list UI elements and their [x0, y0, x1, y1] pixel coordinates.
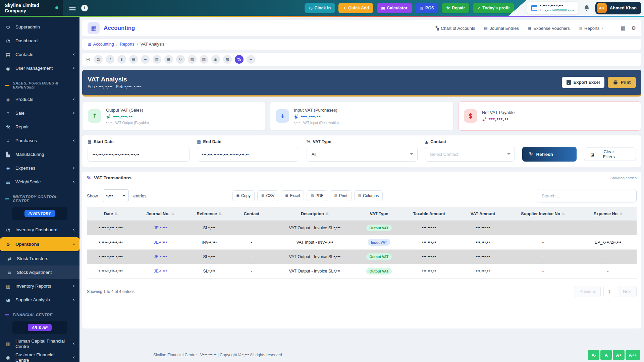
column-header-date[interactable]: Date⇅: [87, 207, 135, 221]
search-input[interactable]: [537, 189, 637, 202]
sidebar-item-supplier-analysis[interactable]: ◕Supplier Analysis‹: [0, 293, 79, 307]
nav-expense-vouchers[interactable]: ▦Expense Vouchers: [528, 26, 570, 31]
toolbar-icon-11[interactable]: ◉: [211, 55, 220, 64]
sidebar-item-repair[interactable]: ⚒Repair: [0, 120, 79, 134]
calendar-icon[interactable]: ▦: [621, 26, 625, 31]
sidebar-item-dashboard[interactable]: ◔Dashboard: [0, 34, 79, 48]
next-page-button[interactable]: Next: [618, 286, 637, 297]
toolbar-icon-9[interactable]: ▧: [188, 55, 197, 64]
breadcrumb-accounting[interactable]: ▦ Accounting: [88, 42, 114, 47]
sort-icon[interactable]: ⇅: [326, 212, 329, 216]
pdf-button[interactable]: ▧PDF: [307, 190, 327, 201]
journal-link[interactable]: JE-•,•••: [154, 226, 167, 230]
page-size-select[interactable]: •,•••: [103, 189, 129, 202]
column-header-journal-no[interactable]: Journal No.⇅: [135, 207, 186, 221]
excel-button[interactable]: ▦Excel: [281, 190, 304, 201]
sort-icon[interactable]: ⇅: [619, 212, 622, 216]
toolbar-icon-8[interactable]: ↻: [176, 55, 185, 64]
csv-button[interactable]: ▤CSV: [257, 190, 278, 201]
nav-reports[interactable]: ▥Reports‹: [579, 26, 603, 31]
toolbar-icon-7[interactable]: ▦: [164, 55, 173, 64]
pos-button[interactable]: ▥POS: [415, 3, 439, 13]
nav-journal-entries[interactable]: ▤Journal Entries: [484, 26, 519, 31]
sidebar-item-user-management[interactable]: ◉User Management‹: [0, 61, 79, 75]
toolbar-icon-10[interactable]: ▨: [200, 55, 208, 64]
toolbar-icon-4[interactable]: ▤: [129, 55, 138, 64]
breadcrumb-reports[interactable]: Reports: [120, 42, 135, 47]
contact-select[interactable]: Select Contact: [425, 147, 515, 162]
end-date-input[interactable]: [197, 147, 299, 162]
column-header-reference[interactable]: Reference⇅: [186, 207, 232, 221]
sidebar-item-human-capital-financial-centre[interactable]: ▥Human Capital Financial Centre‹: [0, 337, 79, 351]
sort-icon[interactable]: ⇅: [115, 212, 118, 216]
column-header-vat-type[interactable]: VAT Type: [359, 207, 399, 221]
clear-filters-button[interactable]: ◪ Clear Filters: [584, 147, 636, 161]
font-size-a[interactable]: A++: [626, 350, 640, 360]
column-header-expense-no[interactable]: Expense No⇅: [579, 207, 637, 221]
font-size-a[interactable]: A+: [613, 350, 625, 360]
sidebar-item-stock-transfers[interactable]: ⇄Stock Transfers: [0, 252, 79, 265]
toolbar-icon-1[interactable]: ⚖: [94, 55, 103, 64]
quick-add-button[interactable]: +Quick Add: [338, 3, 373, 13]
print-button[interactable]: Print: [608, 77, 636, 88]
vat-type-badge: Output VAT: [366, 225, 392, 231]
sidebar-item-customer-financial-centre[interactable]: ◉Customer Financial Centre‹: [0, 351, 79, 362]
font-size-a[interactable]: A-: [588, 350, 599, 360]
repair-button[interactable]: ⚒Repair: [442, 3, 469, 13]
page-number-button[interactable]: 1: [603, 286, 615, 297]
sidebar-item-weightscale[interactable]: ⚖WeightScale‹: [0, 175, 79, 189]
sidebar-item-superadmin[interactable]: ⚙Superadmin: [0, 20, 79, 34]
toolbar-icon-2[interactable]: ↗: [106, 55, 114, 64]
sidebar-item-inventory-dashboard[interactable]: ◔Inventory Dashboard‹: [0, 223, 79, 237]
toolbar-icon-14[interactable]: ≡: [247, 55, 255, 64]
badge-inventory[interactable]: INVENTORY: [24, 210, 55, 217]
font-size-a[interactable]: A: [600, 350, 612, 360]
user-menu[interactable]: AK Ahmed Khan: [595, 2, 641, 14]
sidebar-item-sale[interactable]: ↑Sale‹: [0, 106, 79, 120]
start-date-input[interactable]: [88, 147, 190, 162]
sort-icon[interactable]: ⇅: [562, 212, 565, 216]
print-button[interactable]: ▨Print: [330, 190, 351, 201]
sidebar-item-expenses[interactable]: ⊖Expenses‹: [0, 161, 79, 175]
column-header-supplier-invoice-no[interactable]: Supplier Invoice No⇅: [507, 207, 579, 221]
column-header-vat-amount[interactable]: VAT Amount: [459, 207, 507, 221]
journal-link[interactable]: JE-•,•••: [154, 254, 167, 259]
journal-link[interactable]: JE-•,•••: [154, 269, 167, 274]
sidebar-item-stock-adjustment[interactable]: ≡Stock Adjustment: [0, 265, 79, 279]
info-icon[interactable]: i: [81, 5, 88, 11]
badge-ar-ap[interactable]: AR & AP: [28, 324, 52, 331]
grid-icon[interactable]: ⊞: [86, 57, 90, 62]
hamburger-menu-icon[interactable]: [69, 6, 76, 10]
gear-icon[interactable]: ⚙: [632, 26, 636, 31]
toolbar-icon-3[interactable]: $: [117, 55, 126, 64]
vat-type-select[interactable]: All: [307, 147, 418, 162]
toolbar-icon-12[interactable]: ▩: [223, 55, 232, 64]
copy-button[interactable]: ▣Copy: [232, 190, 255, 201]
date-widget[interactable]: •,•••-•,•••-•,••• ☾ •,••• Ramadan •,•••: [527, 2, 578, 14]
sort-icon[interactable]: ⇅: [219, 212, 222, 216]
sidebar-item-inventory-reports[interactable]: ▥Inventory Reports‹: [0, 279, 79, 293]
toolbar-icon-13-active[interactable]: %: [235, 55, 244, 64]
notifications-bell-icon[interactable]: [583, 4, 590, 12]
journal-link[interactable]: JE-•,•••: [154, 240, 167, 245]
toolbar-icon-6[interactable]: ▥: [153, 55, 161, 64]
refresh-button[interactable]: ↻ Refresh: [522, 147, 577, 162]
cell-vat-type: Output VAT: [359, 249, 399, 264]
nav-chart-of-accounts[interactable]: ▚Chart of Accounts: [436, 26, 475, 31]
sidebar-item-products[interactable]: ◈Products‹: [0, 93, 79, 106]
today-s-profit-button[interactable]: ↗Today's profit: [473, 3, 514, 13]
column-header-contact[interactable]: Contact: [232, 207, 271, 221]
sidebar-item-purchases[interactable]: ↓Purchases‹: [0, 134, 79, 147]
toolbar-icon-5[interactable]: ▬: [141, 55, 150, 64]
sidebar-item-manufacturing[interactable]: ▙Manufacturing: [0, 147, 79, 161]
previous-page-button[interactable]: Previous: [575, 286, 601, 297]
sidebar-item-contacts[interactable]: ▤Contacts‹: [0, 48, 79, 61]
sort-icon[interactable]: ⇅: [171, 212, 174, 216]
columns-button[interactable]: ▥Columns: [354, 190, 383, 201]
export-excel-button[interactable]: x Export Excel: [562, 77, 605, 88]
clock-in-button[interactable]: ◷Clock In: [305, 3, 335, 13]
sidebar-item-operations[interactable]: ⚙Operations‹: [0, 237, 79, 251]
column-header-taxable-amount[interactable]: Taxable Amount: [399, 207, 459, 221]
calculator-button[interactable]: ▦Calculator: [377, 3, 412, 13]
column-header-description[interactable]: Description⇅: [271, 207, 359, 221]
